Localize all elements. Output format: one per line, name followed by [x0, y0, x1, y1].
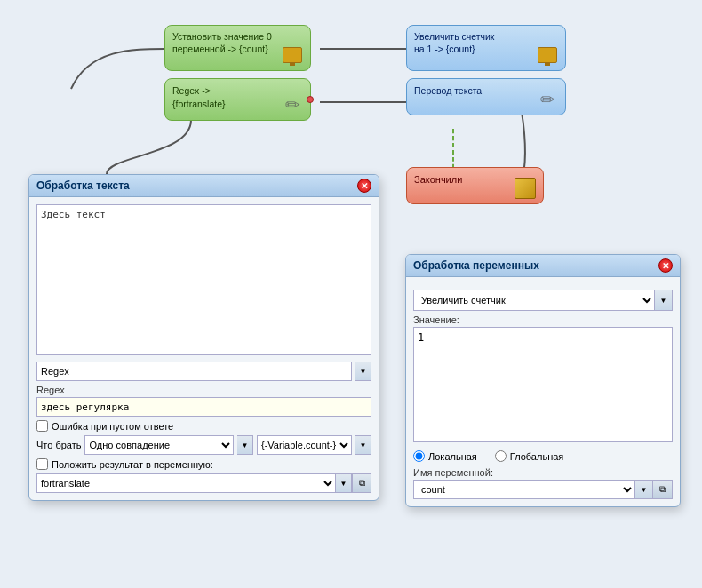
- dialog-var-close-button[interactable]: ✕: [658, 258, 673, 273]
- result-checkbox[interactable]: [36, 458, 48, 470]
- variable-arrow[interactable]: ▼: [355, 435, 371, 455]
- radio-local-item: Локальная: [413, 450, 477, 462]
- node-translate[interactable]: Перевод текста ✏: [406, 78, 566, 115]
- dialog-var-body: Увеличить счетчик ▼ Значение: 1 Локальна…: [406, 277, 680, 506]
- what-take-label: Что брать: [36, 440, 81, 450]
- what-take-row: Что брать Одно совпадение ▼ {-Variable.c…: [36, 435, 371, 455]
- dialog-text-title: Обработка текста: [36, 179, 130, 192]
- var-copy-button[interactable]: ⧉: [653, 480, 673, 499]
- radio-global-label: Глобальная: [510, 451, 563, 462]
- board-icon: [280, 45, 305, 65]
- operation-dropdown-arrow[interactable]: ▼: [655, 290, 673, 311]
- var-name-arrow[interactable]: ▼: [635, 480, 653, 499]
- value-textarea[interactable]: 1: [413, 327, 673, 442]
- result-row: Положить результат в переменную:: [36, 458, 371, 470]
- regex-label: Regex: [36, 385, 371, 395]
- node-increase-counter[interactable]: Увеличить счетчикна 1 -> {count}: [406, 25, 566, 71]
- regex-input[interactable]: [36, 397, 371, 417]
- node-finished[interactable]: Закончили: [406, 167, 544, 204]
- dialog-text-body: Здесь текст Regex ▼ Regex Ошибка при пус…: [29, 197, 379, 500]
- node-set-value[interactable]: Установить значение 0 переменной -> {cou…: [164, 25, 311, 71]
- operation-select[interactable]: Увеличить счетчик: [413, 290, 655, 311]
- dialog-var-title: Обработка переменных: [413, 259, 539, 272]
- box-icon: [513, 179, 538, 198]
- type-select[interactable]: Regex: [36, 362, 352, 381]
- board-icon-counter: [535, 45, 560, 65]
- dialog-text-title-bar: Обработка текста ✕: [29, 175, 379, 197]
- operation-dropdown-row: Увеличить счетчик ▼: [413, 290, 673, 311]
- result-label: Положить результат в переменную:: [52, 459, 213, 470]
- result-copy-button[interactable]: ⧉: [352, 473, 371, 493]
- pen-icon-translate: ✏: [535, 90, 560, 109]
- node-regex[interactable]: Regex ->{fortranslate} ✏: [164, 78, 311, 121]
- type-dropdown-arrow[interactable]: ▼: [355, 362, 371, 381]
- dialog-var-title-bar: Обработка переменных ✕: [406, 255, 680, 277]
- radio-row: Локальная Глобальная: [413, 450, 673, 462]
- dialog-text-close-button[interactable]: ✕: [357, 179, 371, 193]
- result-variable-row: fortranslate ▼ ⧉: [36, 473, 371, 493]
- radio-local[interactable]: [413, 450, 425, 462]
- value-label: Значение:: [413, 314, 673, 325]
- text-input-area[interactable]: Здесь текст: [36, 204, 371, 355]
- radio-local-label: Локальная: [428, 451, 477, 462]
- var-name-label: Имя переменной:: [413, 467, 673, 478]
- what-take-select[interactable]: Одно совпадение: [84, 435, 234, 455]
- radio-global[interactable]: [495, 450, 507, 462]
- var-name-row: count ▼ ⧉: [413, 480, 673, 499]
- radio-global-item: Глобальная: [495, 450, 563, 462]
- dialog-text-processing: Обработка текста ✕ Здесь текст Regex ▼ R…: [28, 174, 379, 501]
- error-checkbox[interactable]: [36, 420, 48, 432]
- result-variable-select[interactable]: fortranslate: [36, 473, 336, 493]
- what-take-arrow[interactable]: ▼: [237, 435, 253, 455]
- var-name-select[interactable]: count: [413, 480, 635, 499]
- result-variable-arrow[interactable]: ▼: [336, 473, 352, 493]
- variable-select[interactable]: {-Variable.count-}: [257, 435, 352, 455]
- dialog-var-processing: Обработка переменных ✕ Увеличить счетчик…: [405, 254, 681, 507]
- error-checkbox-label: Ошибка при пустом ответе: [52, 421, 173, 432]
- type-dropdown-row: Regex ▼: [36, 362, 371, 381]
- pen-icon-regex: ✏: [280, 95, 305, 115]
- error-checkbox-row: Ошибка при пустом ответе: [36, 420, 371, 432]
